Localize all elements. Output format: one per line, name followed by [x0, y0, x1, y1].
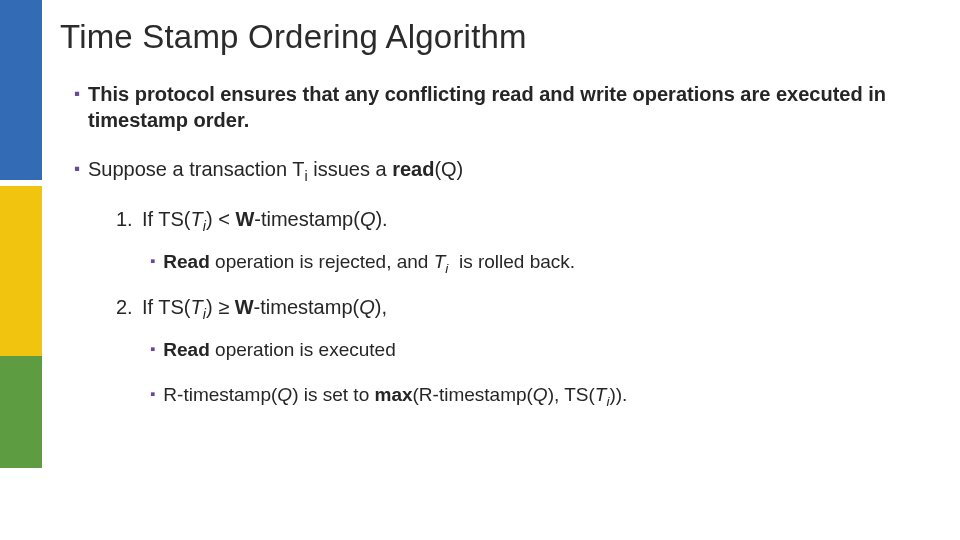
numbered-item: 2.If TS(Ti) ≥ W-timestamp(Q), — [116, 295, 914, 321]
subbullet-text: Read operation is executed — [163, 338, 395, 362]
bullet-level1: ▪This protocol ensures that any conflict… — [74, 82, 914, 133]
bullet-text: This protocol ensures that any conflicti… — [88, 82, 914, 133]
bullet-level1: ▪Suppose a transaction Ti issues a read(… — [74, 157, 914, 183]
sidebar-block-yellow — [0, 186, 42, 356]
sidebar-decoration — [0, 0, 42, 540]
numbered-item: 1.If TS(Ti) < W-timestamp(Q). — [116, 207, 914, 233]
numbered-text: If TS(Ti) < W-timestamp(Q). — [142, 207, 388, 233]
slide-body: ▪This protocol ensures that any conflict… — [74, 82, 914, 427]
bullet-level3: ▪R-timestamp(Q) is set to max(R-timestam… — [150, 383, 914, 407]
bullet-text: Suppose a transaction Ti issues a read(Q… — [88, 157, 463, 183]
numbered-text: If TS(Ti) ≥ W-timestamp(Q), — [142, 295, 387, 321]
subbullet-text: Read operation is rejected, and Ti is ro… — [163, 250, 575, 274]
bullet-level3: ▪Read operation is executed — [150, 338, 914, 362]
subbullet-text: R-timestamp(Q) is set to max(R-timestamp… — [163, 383, 627, 407]
bullet-level3: ▪Read operation is rejected, and Ti is r… — [150, 250, 914, 274]
sidebar-block-blue — [0, 0, 42, 180]
slide: Time Stamp Ordering Algorithm ▪This prot… — [0, 0, 960, 540]
slide-title: Time Stamp Ordering Algorithm — [60, 18, 527, 56]
sidebar-block-green — [0, 356, 42, 468]
